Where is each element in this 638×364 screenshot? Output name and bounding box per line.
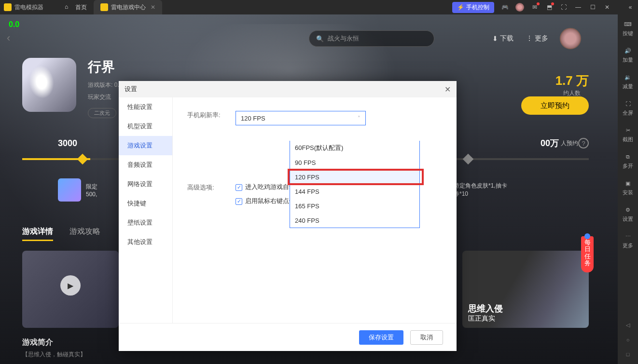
- rail-screenshot[interactable]: ✂截图: [623, 125, 633, 143]
- video-card[interactable]: ▶: [22, 251, 119, 328]
- reservation-stats: 1.7 万 约人数: [555, 72, 589, 97]
- checkbox-label: 启用鼠标右键点击: [245, 197, 295, 205]
- expand-icon[interactable]: ⛶: [560, 3, 568, 11]
- maximize-icon[interactable]: ☐: [589, 3, 596, 11]
- tab-strategy[interactable]: 游戏攻略: [69, 227, 100, 241]
- volume-down-icon: 🔉: [623, 72, 633, 82]
- reserve-button[interactable]: 立即预约: [521, 96, 589, 115]
- gamepad2-icon[interactable]: 🎮: [501, 3, 509, 11]
- refresh-rate-label: 手机刷新率:: [187, 111, 236, 120]
- option-240fps[interactable]: 240 FPS: [290, 213, 419, 228]
- reward-text: 特定角色皮肤*1,抽卡: [454, 182, 507, 190]
- sidebar-item-model[interactable]: 机型设置: [119, 117, 172, 136]
- rail-fullscreen[interactable]: ⛶全屏: [623, 99, 633, 117]
- notification-icon[interactable]: ⬒: [545, 3, 553, 11]
- more-label: 更多: [535, 34, 548, 42]
- forum-link[interactable]: 玩家交流: [88, 93, 111, 101]
- sidebar-item-wallpaper[interactable]: 壁纸设置: [119, 213, 172, 232]
- tab-detail[interactable]: 游戏详情: [22, 227, 53, 241]
- stat-count: 1.7 万: [555, 72, 589, 89]
- rail-keymap[interactable]: ⌨按键: [623, 19, 633, 37]
- rail-install[interactable]: ▣安装: [623, 178, 633, 196]
- top-bar: 🔍 战火与永恒 ⬇ 下载 ⋮ 更多: [0, 29, 618, 48]
- download-icon: ⬇: [492, 35, 498, 42]
- apk-icon: ▣: [623, 178, 633, 188]
- reward-text: 500,: [86, 191, 97, 198]
- intro-line: 【思维入侵，触碰真实】: [22, 351, 86, 359]
- rail-settings[interactable]: ⚙设置: [623, 205, 633, 223]
- milestone-left: 3000: [58, 138, 77, 148]
- media-cards: ▶: [22, 251, 119, 328]
- tab-game-label: 雷电游戏中心: [111, 3, 146, 12]
- sidebar-item-game[interactable]: 游戏设置: [119, 136, 172, 155]
- scissors-icon: ✂: [623, 125, 633, 135]
- milestone-unit: 人预约: [561, 139, 578, 148]
- sidebar-item-other[interactable]: 其他设置: [119, 232, 172, 252]
- multi-icon: ⧉: [623, 152, 633, 162]
- rail-more[interactable]: ⋯更多: [623, 231, 633, 249]
- nav-back-icon[interactable]: ◁: [626, 322, 630, 328]
- gear-icon: ⚙: [623, 205, 633, 215]
- phone-control-label: 手机控制: [466, 3, 489, 12]
- chevron-up-icon: ˄: [358, 115, 361, 121]
- minimize-icon[interactable]: —: [574, 3, 582, 11]
- volume-up-icon: 🔊: [623, 46, 633, 55]
- sidebar-item-audio[interactable]: 音频设置: [119, 155, 172, 175]
- promo-line2: 匡正真实: [468, 314, 503, 323]
- tab-home[interactable]: ⌂ 首页: [58, 0, 94, 14]
- app-brand: 雷电模拟器: [14, 3, 43, 12]
- reward-text: 券*10: [454, 190, 507, 198]
- profile-avatar[interactable]: [560, 28, 581, 49]
- game-icon[interactable]: [22, 58, 76, 112]
- phone-icon: ⚡: [457, 4, 464, 11]
- download-button[interactable]: ⬇ 下载: [492, 34, 513, 43]
- option-90fps[interactable]: 90 FPS: [290, 155, 419, 170]
- save-button[interactable]: 保存设置: [359, 330, 403, 345]
- more-menu[interactable]: ⋮ 更多: [526, 34, 548, 43]
- reward-image: [58, 178, 81, 202]
- close-icon[interactable]: ✕: [151, 4, 155, 11]
- option-120fps[interactable]: 120 FPS: [290, 170, 419, 184]
- dialog-close-icon[interactable]: ✕: [444, 85, 451, 94]
- refresh-rate-value: 120 FPS: [241, 115, 265, 122]
- game-intro: 游戏简介 【思维入侵，触碰真实】: [22, 337, 86, 359]
- search-input[interactable]: 🔍 战火与永恒: [309, 30, 434, 47]
- nav-recent-icon[interactable]: □: [626, 351, 630, 357]
- sidebar-item-network[interactable]: 网络设置: [119, 175, 172, 194]
- keyboard-icon: ⌨: [623, 19, 633, 29]
- cancel-button[interactable]: 取消: [410, 330, 443, 345]
- ver-label: 游戏版本:: [88, 81, 112, 88]
- user-avatar[interactable]: [515, 3, 524, 12]
- intro-title: 游戏简介: [22, 337, 86, 348]
- window-close-icon[interactable]: ✕: [603, 3, 611, 11]
- rail-multi[interactable]: ⧉多开: [623, 152, 633, 170]
- promo-card[interactable]: 思维入侵 匡正真实: [462, 251, 589, 328]
- tab-game-center[interactable]: 雷电游戏中心 ✕: [94, 0, 162, 14]
- right-rail: ⌨按键 🔊加量 🔉减量 ⛶全屏 ✂截图 ⧉多开 ▣安装 ⚙设置 ⋯更多 ◁ ○ …: [618, 14, 638, 364]
- refresh-rate-dropdown: 60FPS(默认配置) 90 FPS 120 FPS 144 FPS 165 F…: [290, 141, 420, 228]
- sidebar-item-shortcut[interactable]: 快捷键: [119, 194, 172, 213]
- option-144fps[interactable]: 144 FPS: [290, 184, 419, 199]
- phone-control-button[interactable]: ⚡ 手机控制: [452, 2, 494, 13]
- mail-icon[interactable]: ✉: [531, 3, 539, 11]
- option-165fps[interactable]: 165 FPS: [290, 199, 419, 213]
- reward-text: 限定: [86, 183, 97, 191]
- page-tabs: 游戏详情 游戏攻略: [22, 227, 100, 241]
- rail-volume-up[interactable]: 🔊加量: [623, 46, 633, 64]
- option-60fps[interactable]: 60FPS(默认配置): [290, 141, 419, 155]
- nav-home-icon[interactable]: ○: [626, 337, 630, 343]
- collapse-rail-icon[interactable]: «: [626, 3, 634, 11]
- tag-chip[interactable]: 二次元: [88, 108, 116, 118]
- daily-task-ribbon[interactable]: 每日任务: [581, 236, 594, 272]
- sidebar-item-performance[interactable]: 性能设置: [119, 97, 172, 117]
- dialog-sidebar: 性能设置 机型设置 游戏设置 音频设置 网络设置 快捷键 壁纸设置 其他设置: [119, 97, 173, 323]
- home-icon: ⌂: [65, 3, 72, 11]
- help-icon[interactable]: ?: [578, 138, 589, 148]
- dialog-titlebar: 设置 ✕: [119, 81, 457, 97]
- app-logo: [4, 3, 12, 11]
- refresh-rate-select[interactable]: 120 FPS ˄: [236, 111, 366, 125]
- reward-item[interactable]: 限定500,: [58, 178, 97, 202]
- fullscreen-icon: ⛶: [623, 99, 633, 108]
- rail-volume-down[interactable]: 🔉减量: [623, 72, 633, 90]
- search-icon: 🔍: [316, 35, 324, 42]
